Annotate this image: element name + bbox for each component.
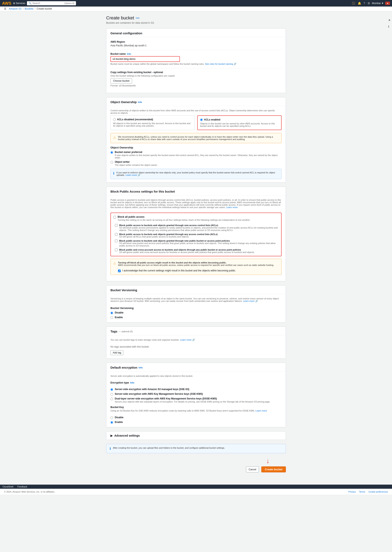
bucket-key-enable-option: Enable xyxy=(111,421,281,424)
dsse-kms-desc: Secure your objects with two separate la… xyxy=(115,400,270,403)
feedback-label[interactable]: Feedback xyxy=(17,485,27,488)
acl-warning-text: We recommend disabling ACLs, unless you … xyxy=(118,136,279,141)
choose-bucket-button[interactable]: Choose bucket xyxy=(111,78,132,84)
sse-s3-label: Server-side encryption with Amazon S3 ma… xyxy=(115,388,189,391)
copy-settings-label: Copy settings from existing bucket - opt… xyxy=(111,71,281,74)
encryption-info-link[interactable]: Info xyxy=(139,366,143,369)
acl-disabled-desc: All objects in this bucket are owned by … xyxy=(113,122,192,127)
ownership-subtitle: Object Ownership xyxy=(111,146,281,149)
bucket-key-label: Bucket Key xyxy=(111,406,281,409)
help-icon[interactable]: ? xyxy=(364,2,365,5)
bucket-versioning-desc: Versioning is a means of keeping multipl… xyxy=(111,297,281,303)
block-all-checkbox[interactable] xyxy=(113,216,116,219)
tags-learn-more[interactable]: Learn more xyxy=(180,339,191,341)
general-config-title: General configuration xyxy=(111,31,281,35)
acl-disabled-radio[interactable] xyxy=(113,118,116,121)
acknowledge-checkbox[interactable] xyxy=(118,269,121,272)
dsse-kms-radio[interactable] xyxy=(111,398,113,400)
versioning-enable-option: Enable xyxy=(111,316,281,319)
terms-link[interactable]: Terms xyxy=(359,490,365,493)
page-info-link[interactable]: Info xyxy=(136,17,140,19)
bell-icon[interactable]: 🔔 xyxy=(358,2,361,5)
cloudshell-bar[interactable]: CloudShell Feedback xyxy=(0,485,392,489)
search-input[interactable] xyxy=(32,2,64,5)
ownership-learn-more-link[interactable]: Learn more xyxy=(126,174,137,176)
turning-off-warning-text: Turning off block all public access migh… xyxy=(118,262,274,264)
acl-enabled-title: ACLs enabled xyxy=(200,118,279,121)
turning-off-warning-content: Turning off block all public access migh… xyxy=(118,262,274,272)
versioning-enable-radio[interactable] xyxy=(111,316,113,319)
settings-icon[interactable]: ⚙ xyxy=(367,2,370,5)
bucket-key-disable-option: Disable xyxy=(111,416,281,419)
sub-4-desc: S3 will ignore public and cross-account … xyxy=(119,251,255,254)
main-content: Create bucket Info Buckets are container… xyxy=(98,11,294,485)
after-creation-text: After creating the bucket, you can uploa… xyxy=(113,447,225,449)
bucket-key-learn-more[interactable]: Learn more xyxy=(255,410,267,412)
info-icon: ℹ xyxy=(113,171,114,177)
ownership-info-text: If you want to enforce object ownership … xyxy=(116,171,279,177)
acl-enabled-box[interactable]: ACLs enabled Objects in this bucket can … xyxy=(197,115,281,130)
sub-checkbox-3-input[interactable] xyxy=(115,240,118,242)
account-badge[interactable]: ● xyxy=(385,2,390,5)
search-bar[interactable]: 🔍 [Option+S] xyxy=(27,1,76,5)
terminal-icon[interactable]: ⬛ xyxy=(352,2,355,5)
acl-enabled-radio[interactable] xyxy=(200,119,203,121)
region-selector[interactable]: Mumbai ▼ xyxy=(372,2,384,5)
bucket-versioning-title: Bucket Versioning xyxy=(111,288,281,292)
object-writer-content: Object writer The object writer remains … xyxy=(115,161,158,166)
bucket-key-disable-radio[interactable] xyxy=(111,416,113,419)
versioning-disable-radio[interactable] xyxy=(111,312,113,314)
advanced-settings-header[interactable]: ▶ Advanced settings xyxy=(106,432,286,440)
bucket-owner-preferred-label: Bucket owner preferred xyxy=(115,151,281,154)
acl-disabled-box[interactable]: ACLs disabled (recommended) All objects … xyxy=(111,115,195,130)
create-bucket-button[interactable]: Create bucket xyxy=(261,467,286,472)
versioning-subtitle: Bucket Versioning xyxy=(111,306,281,310)
tags-optional-label: — optional (0) xyxy=(119,330,133,333)
turning-off-warning: ⚠ Turning off block all public access mi… xyxy=(111,259,281,275)
page-title: Create bucket xyxy=(106,15,134,21)
sub-checkbox-1-input[interactable] xyxy=(115,224,118,227)
info-circle-icon[interactable]: ℹ xyxy=(388,25,391,28)
cancel-button[interactable]: Cancel xyxy=(246,467,259,472)
dsse-kms-content: Dual-layer server-side encryption with A… xyxy=(115,397,270,403)
bookmark-icon[interactable]: ★ xyxy=(388,18,391,22)
object-writer-radio[interactable] xyxy=(111,161,113,163)
versioning-disable-option: Disable xyxy=(111,311,281,314)
add-tag-button[interactable]: Add tag xyxy=(111,350,123,355)
dsse-kms-label: Dual-layer server-side encryption with A… xyxy=(115,397,270,400)
sub-checkbox-3-content: Block public access to buckets and objec… xyxy=(119,240,279,247)
breadcrumb-buckets[interactable]: Buckets xyxy=(25,7,34,10)
object-ownership-info-link[interactable]: Info xyxy=(138,101,142,103)
block-public-learn-more[interactable]: Learn more xyxy=(226,206,238,208)
sub-checkbox-2-input[interactable] xyxy=(115,233,118,236)
privacy-link[interactable]: Privacy xyxy=(349,490,356,493)
breadcrumb-s3[interactable]: Amazon S3 xyxy=(9,7,21,10)
sub-checkbox-2-content: Block public access to buckets and objec… xyxy=(119,233,218,238)
naming-rules-link[interactable]: See rules for bucket naming xyxy=(205,63,233,65)
page-subtitle: Buckets are containers for data stored i… xyxy=(106,21,286,24)
bucket-versioning-body: Versioning is a means of keeping multipl… xyxy=(106,294,286,322)
sub-checkbox-4-content: Block public and cross-account access to… xyxy=(119,248,255,254)
sse-s3-radio[interactable] xyxy=(111,388,113,391)
bucket-name-info-link[interactable]: Info xyxy=(127,53,131,55)
encryption-type-info-link[interactable]: Info xyxy=(130,382,134,384)
footer-links: Privacy Terms Cookie preferences xyxy=(349,490,388,493)
bucket-owner-preferred-radio[interactable] xyxy=(111,151,113,154)
bucket-key-enable-radio[interactable] xyxy=(111,421,113,424)
cloudshell-label[interactable]: CloudShell xyxy=(2,485,13,488)
tags-desc: You can use bucket tags to track storage… xyxy=(111,339,281,341)
services-menu[interactable]: ⊞ Services xyxy=(13,2,25,5)
bucket-name-input[interactable] xyxy=(111,56,180,62)
sse-kms-radio[interactable] xyxy=(111,393,113,396)
block-all-desc: Turning this setting on is the same as t… xyxy=(118,219,250,221)
sub-4-title: Block public and cross-account access to… xyxy=(119,248,255,251)
nav-icons: ⬛ 🔔 ? ⚙ xyxy=(352,2,370,5)
bucket-owner-preferred-option: Bucket owner preferred If new objects wr… xyxy=(111,151,281,159)
sub-checkbox-4-input[interactable] xyxy=(115,248,118,251)
cookie-link[interactable]: Cookie preferences xyxy=(369,490,388,493)
object-writer-desc: The object writer remains the object own… xyxy=(115,164,158,166)
acknowledge-label: I acknowledge that the current settings … xyxy=(122,269,236,272)
versioning-learn-more[interactable]: Learn more xyxy=(243,300,254,302)
sidebar-toggle-icon[interactable]: ☰ xyxy=(4,7,6,10)
acl-grid: ACLs disabled (recommended) All objects … xyxy=(111,115,281,130)
